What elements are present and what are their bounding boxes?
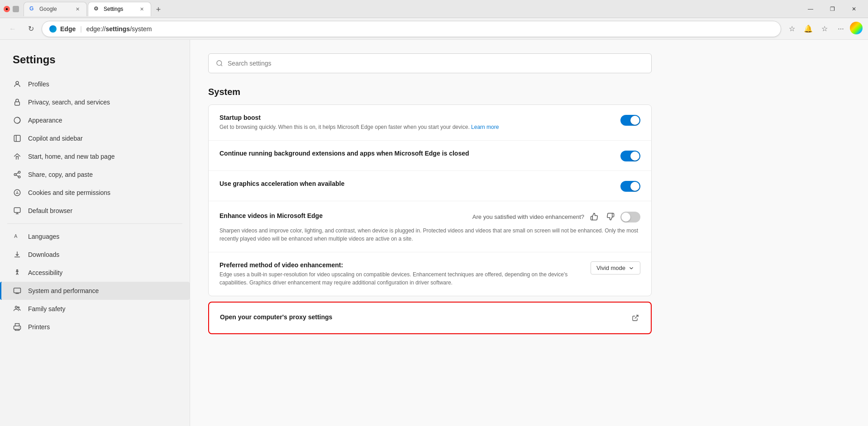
search-icon xyxy=(216,60,223,67)
settings-more-button[interactable]: ☆ xyxy=(817,22,832,36)
sidebar-item-system-label: System and performance xyxy=(28,287,99,294)
sidebar-item-share[interactable]: Share, copy, and paste xyxy=(0,166,190,184)
setting-graphics-acceleration: Use graphics acceleration when available xyxy=(209,171,651,201)
thumbs-down-button[interactable] xyxy=(604,210,617,223)
traffic-light[interactable]: ● xyxy=(4,6,10,12)
thumbs-down-icon xyxy=(606,213,615,221)
search-input[interactable] xyxy=(228,60,644,67)
proxy-settings-link[interactable]: Open your computer's proxy settings xyxy=(220,312,640,324)
setting-video-method: Preferred method of video enhancement: E… xyxy=(209,252,651,296)
enhance-videos-controls: Are you satisfied with video enhancement… xyxy=(472,210,640,223)
start-home-icon xyxy=(13,152,22,161)
enhance-videos-toggle[interactable] xyxy=(620,212,640,222)
sidebar-item-start-home[interactable]: Start, home, and new tab page xyxy=(0,147,190,166)
titlebar-btn-1[interactable] xyxy=(13,6,19,12)
svg-line-9 xyxy=(16,173,18,174)
svg-point-18 xyxy=(17,270,18,271)
startup-boost-toggle[interactable] xyxy=(620,115,640,126)
sidebar-item-appearance-label: Appearance xyxy=(28,117,62,124)
graphics-acceleration-info: Use graphics acceleration when available xyxy=(219,180,615,189)
sidebar-item-default-browser-label: Default browser xyxy=(28,207,72,214)
svg-rect-13 xyxy=(14,208,20,213)
svg-line-8 xyxy=(16,175,18,176)
startup-boost-learn-more[interactable]: Learn more xyxy=(471,124,499,130)
search-bar[interactable] xyxy=(208,53,652,73)
accessibility-icon xyxy=(13,268,22,277)
tab-google-icon: G xyxy=(29,5,37,13)
navbar: ← ↻ Edge | edge://settings/system ☆ 🔔 ☆ … xyxy=(0,18,868,40)
maximize-button[interactable]: ❐ xyxy=(822,2,843,16)
sidebar-item-default-browser[interactable]: Default browser xyxy=(0,202,190,220)
tab-settings-close[interactable]: ✕ xyxy=(138,5,145,13)
sidebar-item-profiles[interactable]: Profiles xyxy=(0,75,190,93)
thumbs-up-button[interactable] xyxy=(588,210,601,223)
sidebar-item-accessibility-label: Accessibility xyxy=(28,269,62,276)
sidebar-item-downloads[interactable]: Downloads xyxy=(0,246,190,264)
profile-button[interactable] xyxy=(850,22,863,34)
favorites-button[interactable]: ☆ xyxy=(785,22,799,36)
graphics-acceleration-label: Use graphics acceleration when available xyxy=(219,180,615,187)
video-method-desc: Edge uses a built-in super-resolution fo… xyxy=(219,270,585,287)
sidebar-item-languages-label: Languages xyxy=(28,233,59,240)
default-browser-icon xyxy=(13,206,22,215)
enhance-videos-top: Enhance videos in Microsoft Edge Are you… xyxy=(219,210,640,223)
sidebar-item-accessibility[interactable]: Accessibility xyxy=(0,264,190,282)
minimize-button[interactable]: — xyxy=(800,2,821,16)
sidebar-item-cookies[interactable]: Cookies and site permissions xyxy=(0,184,190,202)
sidebar-item-family-safety-label: Family safety xyxy=(28,305,65,312)
sidebar-item-copilot-label: Copilot and sidebar xyxy=(28,135,83,142)
setting-enhance-videos: Enhance videos in Microsoft Edge Are you… xyxy=(209,201,651,252)
startup-boost-label: Startup boost xyxy=(219,114,615,121)
back-button[interactable]: ← xyxy=(5,22,20,36)
titlebar: ● G Google ✕ ⚙ Settings ✕ + — ❐ ✕ xyxy=(0,0,868,18)
address-bar[interactable]: Edge | edge://settings/system xyxy=(42,21,781,37)
sidebar-item-privacy[interactable]: Privacy, search, and services xyxy=(0,93,190,111)
settings-sidebar: Settings Profiles Privacy, search, and s… xyxy=(0,40,190,426)
new-tab-button[interactable]: + xyxy=(152,4,165,16)
window-controls: — ❐ ✕ xyxy=(800,2,864,16)
share-icon xyxy=(13,170,22,179)
svg-rect-1 xyxy=(15,102,20,105)
nav-actions: ☆ 🔔 ☆ ··· xyxy=(785,22,863,36)
family-safety-icon xyxy=(13,304,22,313)
video-method-label: Preferred method of video enhancement: xyxy=(219,261,585,269)
sidebar-item-start-home-label: Start, home, and new tab page xyxy=(28,153,114,160)
setting-proxy[interactable]: Open your computer's proxy settings xyxy=(209,303,651,333)
tab-settings[interactable]: ⚙ Settings ✕ xyxy=(88,2,151,16)
address-sitename: Edge xyxy=(60,25,76,33)
background-extensions-label: Continue running background extensions a… xyxy=(219,150,615,157)
sidebar-item-printers-label: Printers xyxy=(28,323,50,331)
tab-google-close[interactable]: ✕ xyxy=(74,5,81,13)
chevron-down-icon xyxy=(628,265,634,271)
copilot-icon xyxy=(13,134,22,143)
graphics-acceleration-toggle[interactable] xyxy=(620,181,640,192)
svg-point-25 xyxy=(19,327,20,328)
menu-button[interactable]: ··· xyxy=(834,22,848,36)
feedback-question: Are you satisfied with video enhancement… xyxy=(472,213,584,220)
video-method-dropdown[interactable]: Vivid mode xyxy=(591,261,640,275)
tab-bar: G Google ✕ ⚙ Settings ✕ + xyxy=(22,2,797,16)
sidebar-divider xyxy=(7,223,182,224)
collections-button[interactable]: 🔔 xyxy=(801,22,816,36)
enhance-videos-label-area: Enhance videos in Microsoft Edge xyxy=(219,212,469,221)
sidebar-item-family-safety[interactable]: Family safety xyxy=(0,300,190,318)
sidebar-item-system[interactable]: System and performance xyxy=(0,282,190,300)
sidebar-item-printers[interactable]: Printers xyxy=(0,318,190,336)
enhance-videos-label: Enhance videos in Microsoft Edge xyxy=(219,212,469,219)
settings-card-main: Startup boost Get to browsing quickly. W… xyxy=(208,104,652,296)
sidebar-item-copilot[interactable]: Copilot and sidebar xyxy=(0,129,190,147)
privacy-icon xyxy=(13,98,22,107)
address-url: edge://settings/system xyxy=(86,25,152,33)
background-extensions-toggle[interactable] xyxy=(620,151,640,161)
sidebar-item-downloads-label: Downloads xyxy=(28,251,59,258)
startup-boost-desc: Get to browsing quickly. When this is on… xyxy=(219,123,615,131)
sidebar-item-appearance[interactable]: Appearance xyxy=(0,111,190,129)
address-text: Edge | edge://settings/system xyxy=(60,25,152,33)
profiles-icon xyxy=(13,80,22,89)
sidebar-item-profiles-label: Profiles xyxy=(28,80,49,88)
sidebar-item-languages[interactable]: A Languages xyxy=(0,227,190,246)
tab-google[interactable]: G Google ✕ xyxy=(24,2,87,16)
section-title: System xyxy=(208,87,850,97)
close-button[interactable]: ✕ xyxy=(844,2,864,16)
refresh-button[interactable]: ↻ xyxy=(24,22,38,36)
